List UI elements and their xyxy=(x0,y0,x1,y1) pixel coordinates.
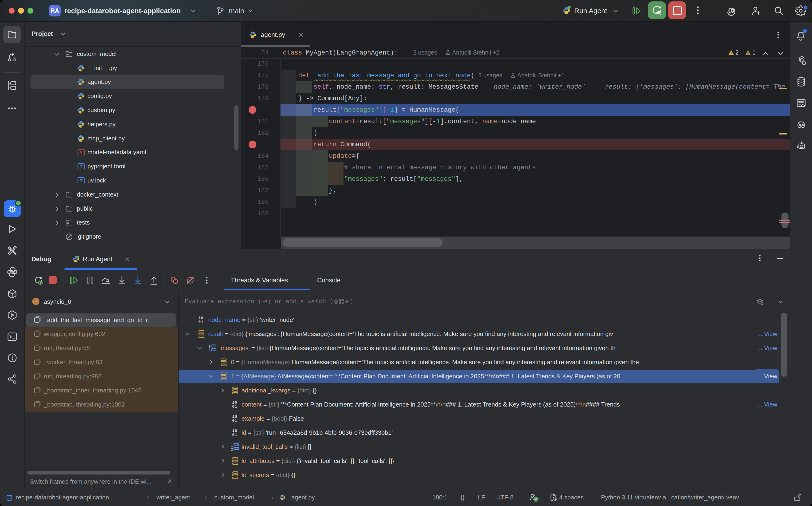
svg-text:1: 1 xyxy=(231,443,233,447)
svg-text:2: 2 xyxy=(231,447,233,451)
svg-text:2: 2 xyxy=(208,349,210,352)
svg-text:1: 1 xyxy=(208,344,210,348)
